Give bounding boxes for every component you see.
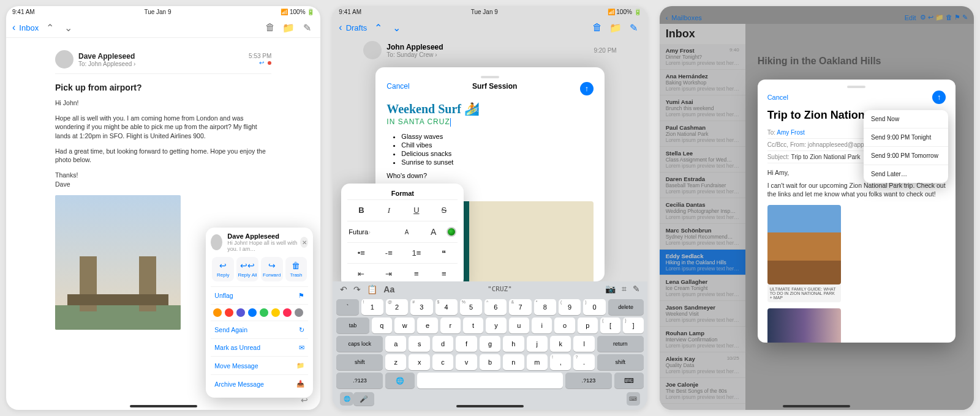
key-2[interactable]: @2 — [386, 299, 408, 315]
whos-down-text[interactable]: Who's down? — [386, 172, 593, 179]
markup-icon[interactable]: ✎ — [633, 284, 640, 294]
autocomplete-text[interactable]: "CRUZ" — [488, 285, 512, 293]
align-left-button[interactable]: ≡ — [402, 267, 430, 280]
archive-message-item[interactable]: Archive Message📥 — [211, 374, 308, 393]
flag-color-swatch[interactable] — [260, 308, 268, 317]
up-arrow-icon[interactable]: ⌃ — [371, 20, 385, 35]
folder-icon[interactable]: 📁 — [608, 20, 623, 35]
underline-button[interactable]: U — [402, 204, 430, 217]
to-line[interactable]: To: John Appleseed › — [78, 61, 135, 67]
send-button[interactable]: ↑ — [580, 82, 594, 95]
dismiss-keyboard-key[interactable]: ⌨ — [627, 392, 640, 406]
mark-unread-item[interactable]: Mark as Unread✉ — [211, 338, 308, 356]
flag-color-swatch[interactable] — [213, 308, 222, 317]
scan-icon[interactable]: ⌗ — [622, 284, 627, 294]
flag-color-swatch[interactable] — [283, 308, 292, 317]
key-shift[interactable]: shift — [597, 354, 644, 370]
trash-button[interactable]: 🗑Trash — [285, 257, 307, 281]
compose-icon[interactable]: ✎ — [627, 20, 641, 35]
headline-text[interactable]: Weekend Surf 🏄 — [386, 102, 593, 116]
key-o[interactable]: o — [554, 318, 575, 333]
outdent-button[interactable]: ⇤ — [347, 267, 375, 280]
send-menu-item[interactable]: Send 9:00 PM Tomorrow — [864, 147, 948, 165]
key-,[interactable]: !, — [550, 354, 571, 370]
key-y[interactable]: y — [486, 318, 506, 333]
send-menu-item[interactable]: Send 9:00 PM Tonight — [864, 128, 948, 147]
key-.[interactable]: ?. — [573, 354, 594, 370]
move-message-item[interactable]: Move Message📁 — [211, 356, 308, 374]
compose-icon[interactable]: ✎ — [300, 20, 314, 35]
reply-arrow-icon[interactable]: ↩ — [259, 59, 264, 66]
key-3[interactable]: #3 — [410, 299, 432, 315]
strike-button[interactable]: S — [430, 204, 458, 217]
key-g[interactable]: g — [480, 336, 500, 352]
bullet-item[interactable]: Chill vibes — [401, 141, 593, 149]
back-folder-label[interactable]: Drafts — [346, 23, 368, 32]
smaller-font-button[interactable]: A — [393, 227, 420, 237]
key-x[interactable]: x — [409, 354, 429, 370]
text-color-button[interactable] — [447, 227, 456, 237]
close-button[interactable]: ✕ — [300, 237, 308, 248]
back-folder-label[interactable]: Inbox — [19, 23, 39, 32]
key-9[interactable]: (9 — [559, 299, 581, 315]
subhead-text[interactable]: IN SANTA CRUZ — [386, 117, 593, 127]
send-menu-item[interactable]: Send Now — [864, 110, 948, 128]
larger-font-button[interactable]: A — [420, 225, 447, 239]
bullet-item[interactable]: Glassy waves — [401, 133, 593, 140]
key-f[interactable]: f — [456, 336, 477, 352]
key-p[interactable]: p — [578, 318, 598, 333]
cancel-button[interactable]: Cancel — [767, 94, 788, 101]
redo-icon[interactable]: ↷ — [353, 284, 361, 294]
font-family-button[interactable]: Futura — [349, 228, 368, 236]
key-t[interactable]: t — [463, 318, 483, 333]
key-j[interactable]: j — [527, 336, 548, 352]
key-n[interactable]: n — [503, 354, 524, 370]
forward-button[interactable]: ↪Forward — [261, 257, 283, 281]
attached-photo[interactable] — [55, 195, 181, 330]
bullet-item[interactable]: Delicious snacks — [401, 150, 593, 157]
flag-color-swatch[interactable] — [236, 308, 245, 317]
key-.?123[interactable]: .?123 — [336, 373, 383, 388]
up-arrow-icon[interactable]: ⌃ — [42, 20, 57, 35]
link-preview-2[interactable] — [767, 308, 841, 343]
key-shift[interactable]: shift — [336, 354, 383, 370]
back-chevron-icon[interactable]: ‹ — [339, 22, 342, 33]
key-4[interactable]: $4 — [435, 299, 458, 315]
reply-button[interactable]: ↩Reply — [212, 257, 234, 281]
key-7[interactable]: &7 — [509, 299, 531, 315]
key-🌐[interactable]: 🌐 — [385, 373, 415, 388]
key-[[interactable]: {[ — [600, 318, 620, 333]
flag-color-swatch[interactable] — [248, 308, 257, 317]
text-format-icon[interactable]: Aa — [383, 284, 394, 294]
key-return[interactable]: return — [597, 336, 644, 352]
flag-color-swatch[interactable] — [271, 308, 280, 317]
key-5[interactable]: %5 — [460, 299, 482, 315]
key-⌨[interactable]: ⌨ — [614, 373, 644, 388]
key-b[interactable]: b — [480, 354, 500, 370]
key-m[interactable]: m — [527, 354, 548, 370]
dictation-key[interactable]: 🎤 — [353, 392, 374, 406]
send-menu-item[interactable]: Send Later… — [864, 165, 948, 183]
trash-icon[interactable]: 🗑 — [263, 20, 277, 35]
undo-icon[interactable]: ↶ — [340, 284, 347, 294]
bullet-item[interactable]: Sunrise to sunset — [401, 158, 593, 166]
key-v[interactable]: v — [456, 354, 477, 370]
back-chevron-icon[interactable]: ‹ — [12, 22, 15, 33]
dash-list-button[interactable]: -≡ — [375, 247, 402, 259]
bold-button[interactable]: B — [347, 204, 375, 217]
sheet-grabber[interactable] — [481, 76, 499, 78]
key-c[interactable]: c — [432, 354, 453, 370]
trash-icon[interactable]: 🗑 — [590, 20, 605, 35]
camera-icon[interactable]: 📷 — [605, 284, 616, 294]
key-e[interactable]: e — [417, 318, 437, 333]
key-r[interactable]: r — [440, 318, 461, 333]
number-list-button[interactable]: 1≡ — [402, 247, 430, 259]
key-[interactable] — [417, 373, 563, 388]
cancel-button[interactable]: Cancel — [386, 82, 409, 95]
key-s[interactable]: s — [409, 336, 429, 352]
unflag-item[interactable]: Unflag⚑ — [211, 286, 308, 304]
globe-key[interactable]: 🌐 — [340, 392, 353, 406]
key-][interactable]: }] — [623, 318, 643, 333]
key-i[interactable]: i — [532, 318, 552, 333]
folder-icon[interactable]: 📁 — [281, 20, 296, 35]
